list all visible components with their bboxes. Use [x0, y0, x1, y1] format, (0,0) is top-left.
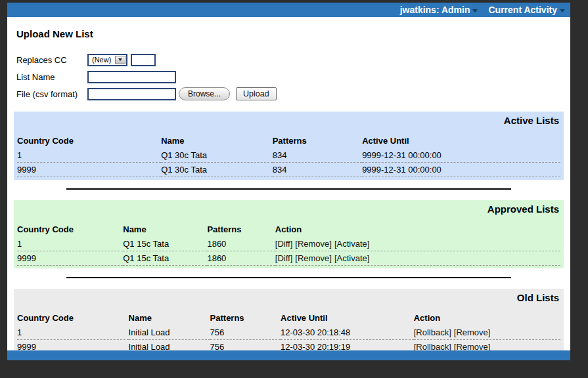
activate-link[interactable]: [Activate]: [334, 239, 369, 249]
list-name-row: List Name: [16, 70, 570, 84]
table-header-row: Country Code Name Patterns Action: [17, 223, 560, 237]
cell-active-until: 9999-12-31 00:00:00: [362, 163, 560, 177]
section-divider: [66, 188, 511, 190]
col-country-code: Country Code: [17, 312, 129, 326]
chevron-down-icon: [560, 9, 565, 12]
current-activity-label: Current Activity: [488, 5, 557, 15]
table-header-row: Country Code Name Patterns Active Until …: [17, 312, 560, 326]
active-lists-title: Active Lists: [17, 114, 560, 126]
cell-name: Q1 30c Tata: [161, 163, 273, 177]
table-row: 1 Q1 15c Tata 1860 [Diff][Remove][Activa…: [17, 237, 560, 251]
replaces-cc-label: Replaces CC: [16, 55, 87, 65]
cell-actions: [Rollback][Remove]: [414, 326, 560, 340]
browser-page: jwatkins: Admin Current Activity Upload …: [7, 3, 570, 360]
col-country-code: Country Code: [17, 135, 161, 148]
col-patterns: Patterns: [210, 312, 281, 326]
old-lists-table: Country Code Name Patterns Active Until …: [17, 312, 560, 354]
remove-link[interactable]: [Remove]: [454, 327, 491, 337]
browse-button[interactable]: Browse...: [179, 87, 230, 100]
cell-country-code: 1: [17, 326, 129, 340]
cell-name: Initial Load: [129, 326, 210, 340]
cell-actions: [Diff][Remove][Activate]: [275, 237, 560, 251]
cell-active-until: 12-03-30 20:18:48: [281, 326, 414, 340]
col-country-code: Country Code: [17, 223, 123, 237]
table-row: 1 Q1 30c Tata 834 9999-12-31 00:00:00: [17, 148, 560, 163]
page-title: Upload New List: [16, 28, 570, 39]
user-admin-label: jwatkins: Admin: [400, 5, 470, 15]
col-name: Name: [161, 135, 273, 148]
cell-country-code: 9999: [17, 163, 161, 177]
cell-country-code: 1: [17, 148, 161, 163]
approved-lists-table: Country Code Name Patterns Action 1 Q1 1…: [17, 223, 560, 266]
file-row: File (csv format) Browse... Upload: [16, 87, 570, 101]
cell-actions: [Diff][Remove][Activate]: [275, 251, 560, 266]
chevron-down-icon: [472, 9, 478, 12]
cell-patterns: 756: [210, 326, 281, 340]
table-row: 9999 Q1 30c Tata 834 9999-12-31 00:00:00: [17, 163, 560, 177]
table-header-row: Country Code Name Patterns Active Until: [17, 135, 560, 148]
table-row: 1 Initial Load 756 12-03-30 20:18:48 [Ro…: [17, 326, 560, 340]
diff-link[interactable]: [Diff]: [275, 253, 293, 263]
active-lists-section: Active Lists Country Code Name Patterns …: [14, 112, 564, 180]
cell-name: Q1 15c Tata: [123, 237, 207, 251]
upload-form: Replaces CC (New) List Name File (csv fo…: [16, 52, 570, 101]
cell-country-code: 1: [17, 237, 123, 251]
replaces-cc-input[interactable]: [131, 54, 156, 66]
col-action: Action: [275, 223, 560, 237]
col-active-until: Active Until: [362, 135, 560, 148]
cell-patterns: 834: [273, 163, 362, 177]
rollback-link[interactable]: [Rollback]: [414, 327, 451, 337]
upload-button[interactable]: Upload: [236, 87, 277, 100]
col-name: Name: [123, 223, 207, 237]
file-path-input[interactable]: [87, 88, 176, 100]
col-patterns: Patterns: [207, 223, 275, 237]
list-name-label: List Name: [16, 72, 87, 82]
approved-lists-title: Approved Lists: [17, 203, 560, 215]
cell-name: Q1 30c Tata: [161, 148, 273, 163]
cell-active-until: 9999-12-31 00:00:00: [362, 148, 560, 163]
diff-link[interactable]: [Diff]: [275, 239, 293, 249]
approved-lists-section: Approved Lists Country Code Name Pattern…: [14, 200, 564, 268]
replaces-cc-row: Replaces CC (New): [16, 52, 570, 67]
list-name-input[interactable]: [87, 71, 176, 83]
top-navbar: jwatkins: Admin Current Activity: [7, 3, 570, 17]
cell-patterns: 1860: [207, 251, 275, 266]
old-lists-title: Old Lists: [17, 291, 560, 303]
col-action: Action: [414, 312, 560, 326]
replaces-cc-select[interactable]: (New): [87, 54, 127, 66]
col-patterns: Patterns: [273, 135, 362, 148]
bottom-bar: [7, 350, 570, 360]
cell-patterns: 1860: [207, 237, 275, 251]
active-lists-table: Country Code Name Patterns Active Until …: [17, 135, 560, 177]
replaces-cc-selected-value: (New): [89, 56, 114, 64]
remove-link[interactable]: [Remove]: [295, 239, 332, 249]
cell-name: Q1 15c Tata: [123, 251, 207, 266]
select-arrow-icon: [115, 56, 125, 64]
activate-link[interactable]: [Activate]: [334, 253, 369, 263]
old-lists-section: Old Lists Country Code Name Patterns Act…: [14, 289, 564, 357]
col-name: Name: [129, 312, 210, 326]
col-active-until: Active Until: [281, 312, 414, 326]
table-row: 9999 Q1 15c Tata 1860 [Diff][Remove][Act…: [17, 251, 560, 266]
cell-patterns: 834: [273, 148, 362, 163]
user-admin-menu[interactable]: jwatkins: Admin: [400, 5, 478, 15]
file-label: File (csv format): [16, 89, 87, 99]
remove-link[interactable]: [Remove]: [295, 253, 332, 263]
section-divider: [66, 277, 511, 278]
cell-country-code: 9999: [17, 251, 123, 266]
current-activity-menu[interactable]: Current Activity: [488, 5, 565, 15]
